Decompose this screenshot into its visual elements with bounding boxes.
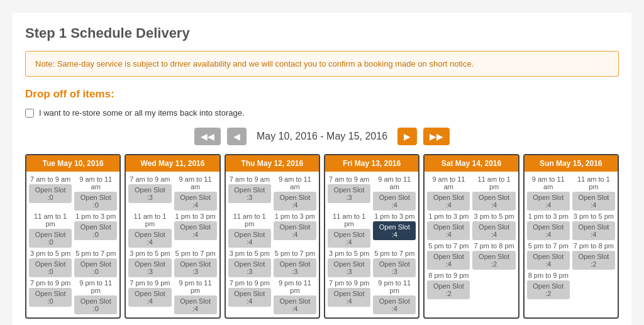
slot-button[interactable]: Open Slot :4 (572, 221, 615, 240)
day-header-1: Wed May 11, 2016 (126, 155, 219, 172)
slot-button[interactable]: Open Slot :0 (29, 258, 72, 277)
slot-button[interactable]: Open Slot :4 (274, 192, 316, 211)
slot-pair: 9 am to 11 amOpen Slot :411 am to 1 pmOp… (427, 174, 515, 211)
slot-button[interactable]: Open Slot :4 (228, 288, 271, 307)
slot-button[interactable]: Open Slot :4 (373, 221, 416, 240)
slot-button[interactable]: Open Slot :4 (572, 192, 615, 211)
section-title: Drop off of items: (25, 88, 619, 101)
slot-time: 5 pm to 7 pm (427, 241, 470, 251)
slot-time: 8 pm to 9 pm (427, 270, 470, 280)
slot-button[interactable]: Open Slot :4 (174, 221, 217, 240)
slot-button[interactable]: Open Slot :4 (527, 192, 570, 211)
slot-button[interactable]: Open Slot :2 (572, 251, 615, 270)
slot-button[interactable]: Open Slot :3 (174, 258, 217, 277)
slot-pair: 11 am to 1 pmOpen Slot :41 pm to 3 pmOpe… (328, 211, 416, 248)
slot-button[interactable]: Open Slot :0 (74, 221, 117, 240)
slot-pair: 7 pm to 9 pmOpen Slot :09 pm to 11 pmOpe… (29, 278, 117, 315)
slot-button[interactable]: Open Slot :4 (472, 192, 515, 211)
slot-time: 11 am to 1 pm (328, 211, 370, 229)
next-button[interactable]: ▶ (397, 128, 417, 145)
slot-button[interactable]: Open Slot :3 (373, 258, 416, 277)
slot-button[interactable]: Open Slot :3 (228, 258, 271, 277)
slot-button[interactable]: Open Slot :4 (274, 221, 316, 240)
nav-bar: ◀◀ ◀ May 10, 2016 - May 15, 2016 ▶ ▶▶ (25, 128, 619, 145)
slot-button[interactable]: Open Slot :2 (427, 280, 470, 299)
slot-button[interactable]: Open Slot :2 (472, 251, 515, 270)
slot-button[interactable]: Open Slot :4 (174, 295, 217, 314)
slot-time: 5 pm to 7 pm (74, 248, 117, 258)
slot-time: 9 pm to 11 pm (74, 278, 117, 295)
day-header-4: Sat May 14, 2016 (425, 155, 518, 172)
slot-time: 7 am to 9 am (128, 174, 171, 184)
slot-time: 11 am to 1 pm (228, 211, 271, 229)
slot-button[interactable]: Open Slot :4 (174, 192, 217, 211)
slot-button[interactable]: Open Slot :3 (274, 258, 316, 277)
slot-time: 3 pm to 5 pm (472, 211, 515, 221)
slot-button[interactable]: Open Slot :0 (29, 229, 72, 248)
day-column-0: Tue May 10, 20167 am to 9 amOpen Slot :0… (25, 154, 121, 319)
prev-button[interactable]: ◀ (227, 128, 247, 145)
slot-pair: 8 pm to 9 pmOpen Slot :2 (427, 270, 515, 300)
slot-button[interactable]: Open Slot :4 (228, 229, 271, 248)
slot-time: 7 pm to 9 pm (29, 278, 72, 288)
slot-button[interactable]: Open Slot :0 (29, 288, 72, 307)
slot-pair: 3 pm to 5 pmOpen Slot :35 pm to 7 pmOpen… (128, 248, 216, 278)
slot-button[interactable]: Open Slot :4 (328, 288, 370, 307)
slot-pair: 5 pm to 7 pmOpen Slot :47 pm to 8 pmOpen… (427, 241, 515, 270)
slot-button[interactable]: Open Slot :3 (228, 184, 271, 203)
slot-button[interactable]: Open Slot :3 (328, 184, 370, 203)
slot-button[interactable]: Open Slot :4 (427, 251, 470, 270)
day-column-2: Thu May 12, 20167 am to 9 amOpen Slot :3… (225, 154, 320, 319)
slot-button[interactable]: Open Slot :4 (328, 229, 370, 248)
slot-button[interactable]: Open Slot :0 (74, 192, 117, 211)
checkbox-label: I want to re-store some or all my items … (39, 108, 245, 118)
calendar-grid: Tue May 10, 20167 am to 9 amOpen Slot :0… (25, 154, 619, 319)
day-column-5: Sun May 15, 20169 am to 11 amOpen Slot :… (523, 154, 619, 319)
slot-time: 3 pm to 5 pm (572, 211, 615, 221)
slot-button[interactable]: Open Slot :4 (274, 295, 316, 314)
slot-time: 5 pm to 7 pm (527, 241, 570, 251)
slot-time: 5 pm to 7 pm (373, 248, 416, 258)
slot-time: 3 pm to 5 pm (328, 248, 370, 258)
page-container: Step 1 Schedule Delivery Note: Same-day … (13, 13, 631, 325)
slot-pair: 11 am to 1 pmOpen Slot :41 pm to 3 pmOpe… (228, 211, 316, 248)
slot-time: 1 pm to 3 pm (274, 211, 316, 221)
slot-button[interactable]: Open Slot :4 (373, 295, 416, 314)
slot-button[interactable]: Open Slot :4 (128, 229, 171, 248)
day-column-1: Wed May 11, 20167 am to 9 amOpen Slot :3… (125, 154, 220, 319)
first-prev-button[interactable]: ◀◀ (194, 128, 221, 145)
slot-pair: 3 pm to 5 pmOpen Slot :05 pm to 7 pmOpen… (29, 248, 117, 278)
slot-button[interactable]: Open Slot :2 (527, 280, 570, 299)
restore-checkbox[interactable] (25, 109, 34, 118)
slot-button[interactable]: Open Slot :3 (128, 258, 171, 277)
slot-button[interactable]: Open Slot :4 (527, 251, 570, 270)
slot-time: 9 am to 11 am (174, 174, 217, 192)
slot-time: 7 am to 9 am (228, 174, 271, 184)
last-next-button[interactable]: ▶▶ (423, 128, 450, 145)
slot-time: 7 pm to 8 pm (472, 241, 515, 251)
slot-button[interactable]: Open Slot :0 (29, 184, 72, 203)
slot-button[interactable]: Open Slot :3 (328, 258, 370, 277)
slot-button[interactable]: Open Slot :4 (128, 288, 171, 307)
slot-button[interactable]: Open Slot :4 (427, 221, 470, 240)
slot-button[interactable]: Open Slot :4 (527, 221, 570, 240)
slot-time: 3 pm to 5 pm (128, 248, 171, 258)
slot-time: 9 am to 11 am (373, 174, 416, 192)
slot-pair: 7 pm to 9 pmOpen Slot :49 pm to 11 pmOpe… (228, 278, 316, 315)
slot-pair: 9 am to 11 amOpen Slot :411 am to 1 pmOp… (527, 174, 615, 211)
slot-pair: 3 pm to 5 pmOpen Slot :35 pm to 7 pmOpen… (228, 248, 316, 278)
slot-pair: 1 pm to 3 pmOpen Slot :43 pm to 5 pmOpen… (427, 211, 515, 241)
slot-time: 9 pm to 11 pm (174, 278, 217, 295)
slot-button[interactable]: Open Slot :3 (128, 184, 171, 203)
slot-time: 11 am to 1 pm (128, 211, 171, 229)
slot-button[interactable]: Open Slot :4 (427, 192, 470, 211)
slot-time: 11 am to 1 pm (29, 211, 72, 229)
slot-button[interactable]: Open Slot :0 (74, 295, 117, 314)
slot-button[interactable]: Open Slot :0 (74, 258, 117, 277)
slot-time: 3 pm to 5 pm (29, 248, 72, 258)
slot-button[interactable]: Open Slot :4 (472, 221, 515, 240)
slot-time: 9 am to 11 am (74, 174, 117, 192)
day-header-2: Thu May 12, 2016 (226, 155, 319, 172)
slot-button[interactable]: Open Slot :4 (373, 192, 416, 211)
slot-time: 7 pm to 9 pm (228, 278, 271, 288)
